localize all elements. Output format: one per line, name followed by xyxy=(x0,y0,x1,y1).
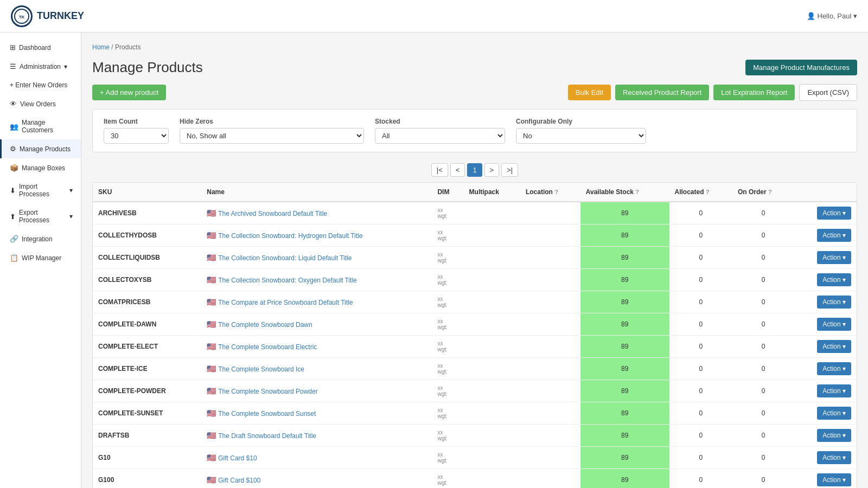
cell-dim: xx wgt: xyxy=(432,336,463,358)
products-table: SKU Name DIM Multipack Location ? Availa… xyxy=(93,183,857,488)
table-row: G10🇺🇸Gift Card $10xx wgt:8900Action ▾ xyxy=(93,447,857,469)
action-button[interactable]: Action ▾ xyxy=(817,207,851,220)
action-button[interactable]: Action ▾ xyxy=(817,318,851,331)
sidebar-item-view-orders[interactable]: 👁 View Orders xyxy=(0,94,81,113)
col-location: Location ? xyxy=(520,183,580,202)
action-button[interactable]: Action ▾ xyxy=(817,473,851,486)
cell-name[interactable]: 🇺🇸Gift Card $10 xyxy=(201,447,432,469)
page-prev-button[interactable]: < xyxy=(450,163,465,177)
cell-location xyxy=(520,269,580,291)
cell-action: Action ▾ xyxy=(794,380,857,402)
sidebar-item-integration[interactable]: 🔗 Integration xyxy=(0,229,81,248)
cell-dim: xx wgt: xyxy=(432,402,463,425)
action-caret-icon: ▾ xyxy=(843,476,846,484)
cell-multipack xyxy=(464,269,520,291)
cell-name[interactable]: 🇺🇸The Complete Snowboard Sunset xyxy=(201,402,432,425)
add-product-button[interactable]: + Add new product xyxy=(92,85,166,100)
cell-action: Action ▾ xyxy=(794,402,857,425)
cell-multipack xyxy=(464,358,520,380)
cell-name[interactable]: 🇺🇸The Collection Snowboard: Liquid Defau… xyxy=(201,247,432,269)
sidebar-item-import-processes[interactable]: ⬇ Import Processes ▾ xyxy=(0,177,81,203)
bulk-edit-button[interactable]: Bulk Edit xyxy=(568,85,611,100)
action-button[interactable]: Action ▾ xyxy=(817,451,851,464)
cell-sku: COLLECTLIQUIDSB xyxy=(93,247,201,269)
table-row: COLLECTHYDOSB🇺🇸The Collection Snowboard:… xyxy=(93,224,857,247)
cell-allocated: 0 xyxy=(669,291,732,313)
table-row: COLLECTOXYSB🇺🇸The Collection Snowboard: … xyxy=(93,269,857,291)
sidebar-item-enter-orders[interactable]: + Enter New Orders xyxy=(0,76,81,94)
products-icon: ⚙ xyxy=(10,145,16,153)
table-row: COMPLETE-DAWN🇺🇸The Complete Snowboard Da… xyxy=(93,313,857,336)
cell-available-stock: 89 xyxy=(580,224,669,247)
sidebar-item-manage-products[interactable]: ⚙ Manage Products xyxy=(0,139,81,158)
cell-available-stock: 89 xyxy=(580,247,669,269)
action-button[interactable]: Action ▾ xyxy=(817,407,851,420)
cell-name[interactable]: 🇺🇸The Complete Snowboard Powder xyxy=(201,380,432,402)
cell-name[interactable]: 🇺🇸The Collection Snowboard: Hydrogen Def… xyxy=(201,224,432,247)
cell-sku: COMATPRICESB xyxy=(93,291,201,313)
page-last-button[interactable]: >| xyxy=(501,163,518,177)
action-button[interactable]: Action ▾ xyxy=(817,362,851,375)
main-content: Home / Products Manage Products Manage P… xyxy=(81,33,868,488)
sidebar-item-label: Manage Products xyxy=(20,145,71,153)
page-title: Manage Products xyxy=(92,59,203,76)
sidebar-item-manage-boxes[interactable]: 📦 Manage Boxes xyxy=(0,158,81,177)
sidebar-item-wip-manager[interactable]: 📋 WIP Manager xyxy=(0,248,81,267)
action-button[interactable]: Action ▾ xyxy=(817,273,851,286)
sidebar-item-manage-customers[interactable]: 👥 Manage Customers xyxy=(0,113,81,139)
page-next-button[interactable]: > xyxy=(484,163,500,177)
cell-name[interactable]: 🇺🇸The Complete Snowboard Ice xyxy=(201,358,432,380)
cell-on-order: 0 xyxy=(732,469,795,489)
cell-sku: COMPLETE-POWDER xyxy=(93,380,201,402)
cell-name[interactable]: 🇺🇸The Draft Snowboard Default Title xyxy=(201,425,432,447)
cell-action: Action ▾ xyxy=(794,224,857,247)
cell-name[interactable]: 🇺🇸The Complete Snowboard Dawn xyxy=(201,313,432,336)
user-greeting[interactable]: 👤 Hello, Paul ▾ xyxy=(807,12,857,20)
action-button[interactable]: Action ▾ xyxy=(817,251,851,264)
cell-location xyxy=(520,313,580,336)
cell-name[interactable]: 🇺🇸The Collection Snowboard: Oxygen Defau… xyxy=(201,269,432,291)
cell-multipack xyxy=(464,291,520,313)
hide-zeros-label: Hide Zeros xyxy=(180,118,364,125)
export-csv-button[interactable]: Export (CSV) xyxy=(799,84,857,101)
cell-on-order: 0 xyxy=(732,425,795,447)
cell-sku: COMPLETE-ICE xyxy=(93,358,201,380)
lot-expiration-report-button[interactable]: Lot Expiration Report xyxy=(713,85,795,100)
cell-name[interactable]: 🇺🇸The Compare at Price Snowboard Default… xyxy=(201,291,432,313)
stocked-select[interactable]: All In Stock Out of Stock xyxy=(375,128,505,144)
table-row: COMPLETE-SUNSET🇺🇸The Complete Snowboard … xyxy=(93,402,857,425)
breadcrumb: Home / Products xyxy=(92,43,857,51)
stocked-label: Stocked xyxy=(375,118,505,125)
page-current-button[interactable]: 1 xyxy=(467,163,482,177)
action-caret-icon: ▾ xyxy=(843,254,846,261)
cell-name[interactable]: 🇺🇸The Complete Snowboard Electric xyxy=(201,336,432,358)
hide-zeros-select[interactable]: No, Show all Yes, Hide Zeros xyxy=(180,128,364,144)
page-first-button[interactable]: |< xyxy=(431,163,448,177)
action-caret-icon: ▾ xyxy=(843,320,846,328)
configurable-select[interactable]: No Yes xyxy=(516,128,646,144)
cell-allocated: 0 xyxy=(669,380,732,402)
col-dim: DIM xyxy=(432,183,463,202)
cell-name[interactable]: 🇺🇸The Archived Snowboard Default Title xyxy=(201,202,432,224)
svg-text:TK: TK xyxy=(19,15,25,20)
table-header-row: SKU Name DIM Multipack Location ? Availa… xyxy=(93,183,857,202)
sidebar-item-dashboard[interactable]: ⊞ Dashboard xyxy=(0,38,81,57)
action-button[interactable]: Action ▾ xyxy=(817,384,851,397)
received-product-report-button[interactable]: Received Product Report xyxy=(615,85,709,100)
sidebar-item-administration[interactable]: ☰ Administration ▾ xyxy=(0,57,81,76)
administration-icon: ☰ xyxy=(10,62,16,70)
breadcrumb-home[interactable]: Home xyxy=(92,43,110,51)
cell-sku: DRAFTSB xyxy=(93,425,201,447)
cell-multipack xyxy=(464,402,520,425)
action-button[interactable]: Action ▾ xyxy=(817,296,851,309)
item-count-select[interactable]: 30 50 100 All xyxy=(104,128,169,144)
cell-name[interactable]: 🇺🇸Gift Card $100 xyxy=(201,469,432,489)
action-button[interactable]: Action ▾ xyxy=(817,429,851,442)
action-button[interactable]: Action ▾ xyxy=(817,340,851,353)
cell-multipack xyxy=(464,247,520,269)
action-button[interactable]: Action ▾ xyxy=(817,229,851,242)
cell-dim: xx wgt: xyxy=(432,469,463,489)
manage-manufacturers-button[interactable]: Manage Product Manufactures xyxy=(745,60,857,75)
sidebar-item-export-processes[interactable]: ⬆ Export Processes ▾ xyxy=(0,203,81,229)
col-on-order: On Order ? xyxy=(732,183,795,202)
